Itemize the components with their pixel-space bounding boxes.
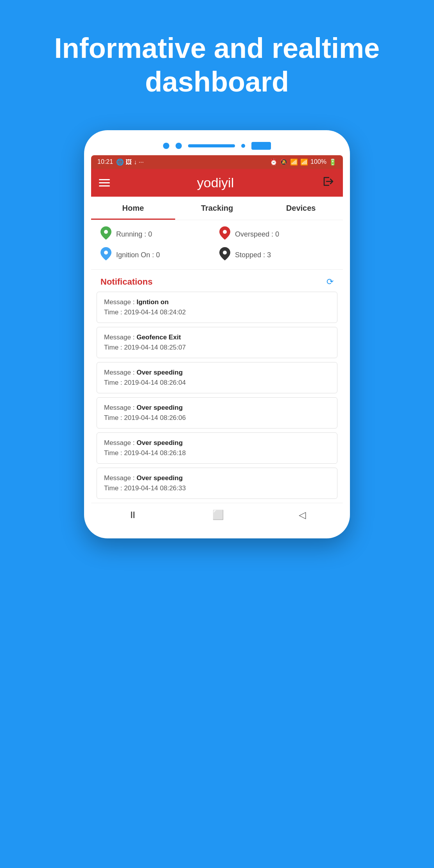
notification-time-row-0: Time : 2019-04-14 08:24:02 <box>104 308 330 316</box>
notification-card-5: Message : Over speeding Time : 2019-04-1… <box>97 468 337 499</box>
hero-title: Informative and realtime dashboard <box>0 0 434 122</box>
stat-running-text: Running : 0 <box>116 230 152 239</box>
notification-time-row-5: Time : 2019-04-14 08:26:33 <box>104 484 330 492</box>
stat-running: Running : 0 <box>100 226 215 242</box>
app-title: yodiyil <box>197 175 234 190</box>
refresh-icon[interactable]: ⟳ <box>326 277 334 287</box>
stopped-pin-icon <box>219 247 230 263</box>
phone-dot-left <box>163 143 169 149</box>
notification-time-row-3: Time : 2019-04-14 08:26:06 <box>104 414 330 422</box>
phone-dot-center <box>241 144 245 148</box>
notification-time-row-2: Time : 2019-04-14 08:26:04 <box>104 379 330 387</box>
notification-card-4: Message : Over speeding Time : 2019-04-1… <box>97 432 337 464</box>
status-alarm-icon: ⏰ <box>270 158 278 166</box>
stat-overspeed: Overspeed : 0 <box>219 226 334 242</box>
phone-mockup: 10:21 🌐 🖼 ↓ ··· ⏰ 🔕 📶 📶 100% 🔋 <box>0 122 434 538</box>
tab-tracking[interactable]: Tracking <box>175 197 259 220</box>
phone-speaker <box>188 144 235 147</box>
phone-dot-right <box>176 143 182 149</box>
bottom-nav: ⏸ ⬜ ◁ <box>91 503 343 527</box>
ignition-pin-icon <box>100 247 111 263</box>
stat-ignition: Ignition On : 0 <box>100 247 215 263</box>
notifications-header: Notifications ⟳ <box>91 270 343 292</box>
notification-message-row-0: Message : Igntion on <box>104 298 330 306</box>
logout-icon[interactable] <box>321 174 335 191</box>
notification-card-1: Message : Geofence Exit Time : 2019-04-1… <box>97 327 337 358</box>
status-time: 10:21 <box>97 158 113 165</box>
nav-tabs: Home Tracking Devices <box>91 197 343 220</box>
notification-message-row-2: Message : Over speeding <box>104 369 330 377</box>
svg-point-3 <box>223 251 227 255</box>
phone-screen: 10:21 🌐 🖼 ↓ ··· ⏰ 🔕 📶 📶 100% 🔋 <box>91 155 343 527</box>
status-right: ⏰ 🔕 📶 📶 100% 🔋 <box>270 158 337 166</box>
phone-top-bar <box>91 142 343 150</box>
notification-message-row-5: Message : Over speeding <box>104 474 330 482</box>
status-sound-icon: 🔕 <box>280 158 288 166</box>
stat-stopped-text: Stopped : 3 <box>235 251 271 259</box>
status-battery: 100% <box>310 158 326 165</box>
bottom-nav-back-icon[interactable]: ◁ <box>299 509 306 520</box>
phone-frame: 10:21 🌐 🖼 ↓ ··· ⏰ 🔕 📶 📶 100% 🔋 <box>84 130 350 538</box>
notification-message-row-3: Message : Over speeding <box>104 404 330 412</box>
stat-ignition-text: Ignition On : 0 <box>116 251 160 259</box>
status-battery-icon: 🔋 <box>329 158 337 166</box>
svg-point-0 <box>104 230 108 234</box>
phone-battery-top <box>251 142 271 150</box>
status-bar: 10:21 🌐 🖼 ↓ ··· ⏰ 🔕 📶 📶 100% 🔋 <box>91 155 343 169</box>
notification-time-row-1: Time : 2019-04-14 08:25:07 <box>104 344 330 352</box>
notification-card-3: Message : Over speeding Time : 2019-04-1… <box>97 397 337 429</box>
stat-overspeed-text: Overspeed : 0 <box>235 230 279 239</box>
bottom-nav-home-icon[interactable]: ⬜ <box>212 509 224 520</box>
status-left: 10:21 🌐 🖼 ↓ ··· <box>97 158 144 166</box>
stats-section: Running : 0 Overspeed : 0 <box>91 220 343 270</box>
notification-card-0: Message : Igntion on Time : 2019-04-14 0… <box>97 292 337 323</box>
bottom-nav-recent-icon[interactable]: ⏸ <box>128 509 138 520</box>
status-signal-icon: 📶 <box>300 158 308 166</box>
hamburger-menu-icon[interactable] <box>99 179 110 187</box>
running-pin-icon <box>100 226 111 242</box>
svg-point-2 <box>104 251 108 255</box>
notifications-title: Notifications <box>100 277 152 287</box>
svg-point-1 <box>223 230 227 234</box>
notification-time-row-4: Time : 2019-04-14 08:26:18 <box>104 449 330 457</box>
notification-message-row-1: Message : Geofence Exit <box>104 334 330 341</box>
notification-card-2: Message : Over speeding Time : 2019-04-1… <box>97 362 337 393</box>
overspeed-pin-icon <box>219 226 230 242</box>
tab-devices[interactable]: Devices <box>259 197 343 220</box>
stat-stopped: Stopped : 3 <box>219 247 334 263</box>
status-wifi-icon: 📶 <box>290 158 298 166</box>
status-icons: 🌐 🖼 ↓ ··· <box>116 158 144 166</box>
app-header: yodiyil <box>91 169 343 197</box>
tab-home[interactable]: Home <box>91 197 175 220</box>
notification-message-row-4: Message : Over speeding <box>104 439 330 447</box>
notifications-list: Message : Igntion on Time : 2019-04-14 0… <box>91 292 343 499</box>
